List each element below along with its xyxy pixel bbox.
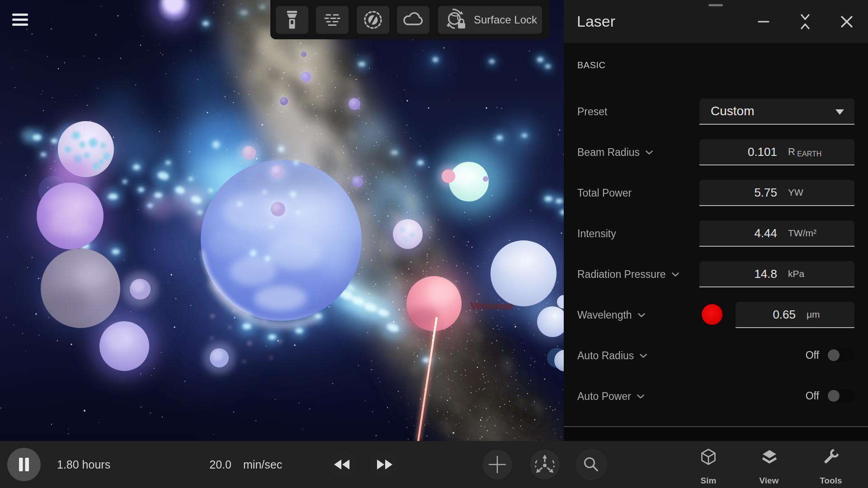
svg-text:Verionae: Verionae bbox=[470, 300, 514, 312]
